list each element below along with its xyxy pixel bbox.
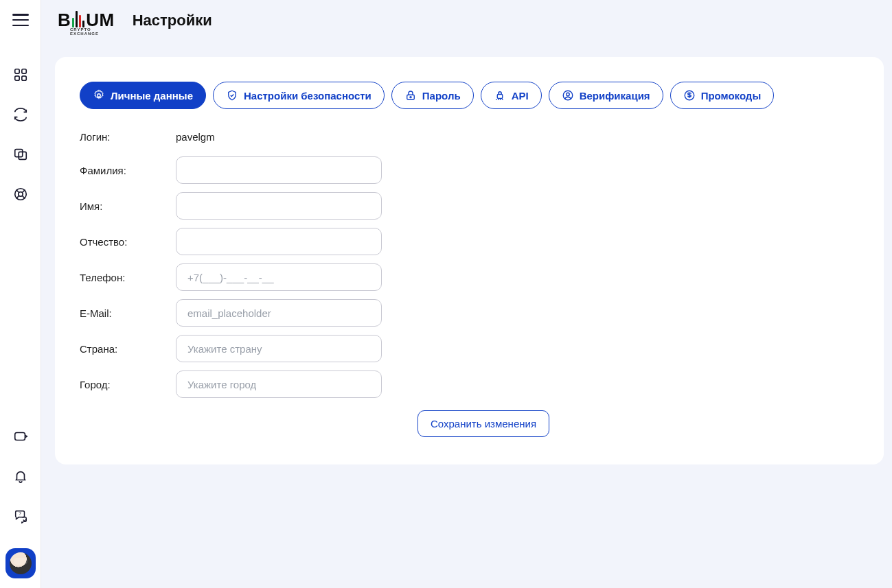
lock-key-icon	[404, 89, 417, 102]
tab-promo[interactable]: Промокоды	[670, 82, 775, 109]
logo-text-left: B	[58, 10, 71, 31]
logo[interactable]: B UM CRYPTO EXCHANGE	[58, 10, 115, 31]
login-label: Логин:	[80, 131, 176, 143]
svg-rect-3	[21, 76, 25, 80]
sidebar-nav-bottom: ?	[5, 429, 36, 588]
lastname-label: Фамилия:	[80, 165, 176, 176]
bell-icon[interactable]	[13, 469, 28, 484]
tab-api[interactable]: API	[481, 82, 542, 109]
page-title: Настройки	[133, 12, 212, 30]
country-label: Страна:	[80, 343, 176, 355]
svg-text:?: ?	[19, 511, 21, 516]
support-icon[interactable]	[13, 187, 28, 202]
country-input[interactable]	[176, 335, 382, 362]
phone-input[interactable]	[176, 263, 382, 291]
api-lock-icon	[494, 89, 506, 102]
lastname-input[interactable]	[176, 156, 382, 184]
sidebar: ?	[0, 0, 41, 588]
svg-rect-2	[14, 76, 19, 80]
logo-subtitle: CRYPTO EXCHANGE	[70, 27, 115, 36]
profile-form: Логин: pavelgm Фамилия: Имя: Отчество: Т…	[80, 126, 629, 398]
svg-point-7	[18, 192, 22, 196]
svg-point-20	[566, 93, 569, 96]
firstname-label: Имя:	[80, 200, 176, 212]
wallet-out-icon[interactable]	[13, 429, 28, 444]
svg-point-16	[410, 97, 411, 98]
svg-point-14	[98, 94, 101, 97]
chat-help-icon[interactable]: ?	[13, 508, 28, 524]
logo-bars-icon	[72, 11, 84, 27]
svg-rect-12	[14, 433, 25, 440]
save-button[interactable]: Сохранить изменения	[418, 410, 549, 437]
patronymic-label: Отчество:	[80, 236, 176, 248]
firstname-input[interactable]	[176, 192, 382, 220]
shield-check-icon	[226, 89, 238, 102]
settings-icon	[93, 89, 105, 102]
patronymic-input[interactable]	[176, 228, 382, 255]
dashboard-icon[interactable]	[13, 67, 28, 82]
exchange-icon[interactable]	[13, 107, 28, 122]
tab-personal[interactable]: Личные данные	[80, 82, 206, 109]
svg-rect-1	[21, 69, 25, 73]
email-input[interactable]	[176, 299, 382, 327]
tab-label: Личные данные	[111, 90, 193, 102]
tab-label: Верификация	[580, 90, 650, 102]
tab-security[interactable]: Настройки безопасности	[213, 82, 385, 109]
transfer-icon[interactable]	[13, 147, 28, 162]
dollar-circle-icon	[683, 89, 696, 102]
tab-label: Пароль	[422, 90, 461, 102]
city-label: Город:	[80, 379, 176, 390]
tabs: Личные данные Настройки безопасности Пар…	[80, 82, 859, 109]
city-input[interactable]	[176, 371, 382, 398]
svg-rect-0	[14, 69, 19, 73]
tab-label: Промокоды	[701, 90, 762, 102]
login-value: pavelgm	[176, 126, 382, 148]
user-circle-icon	[562, 89, 574, 102]
phone-label: Телефон:	[80, 272, 176, 283]
avatar[interactable]	[5, 548, 36, 578]
tab-label: Настройки безопасности	[244, 90, 371, 102]
tab-verification[interactable]: Верификация	[549, 82, 663, 109]
tab-password[interactable]: Пароль	[391, 82, 474, 109]
svg-rect-15	[407, 95, 415, 99]
menu-toggle[interactable]	[12, 14, 29, 26]
topbar: B UM CRYPTO EXCHANGE Настройки	[41, 0, 892, 38]
sidebar-nav-top	[13, 67, 28, 202]
settings-card: Личные данные Настройки безопасности Пар…	[55, 57, 884, 464]
tab-label: API	[512, 90, 529, 102]
email-label: E-Mail:	[80, 307, 176, 319]
svg-rect-17	[497, 95, 503, 99]
main: B UM CRYPTO EXCHANGE Настройки Личные да…	[41, 0, 892, 588]
